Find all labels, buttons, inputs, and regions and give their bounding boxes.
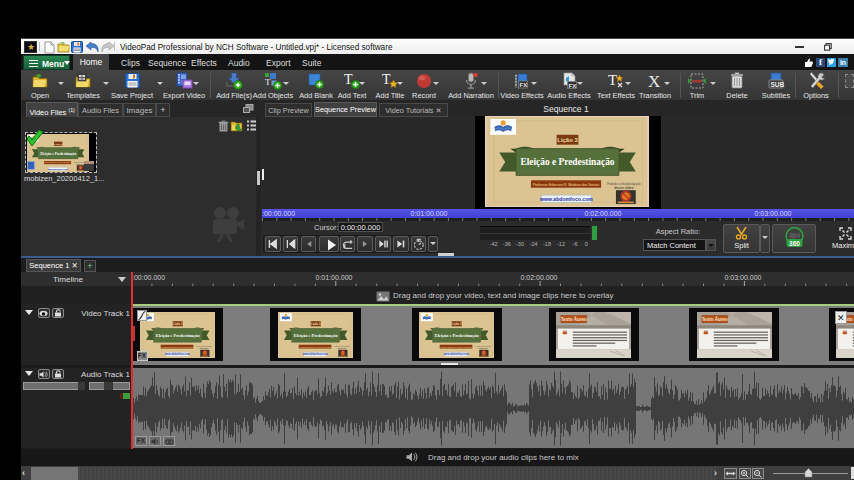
svg-text:T: T [265, 77, 271, 87]
svg-text:360: 360 [789, 240, 800, 247]
svg-text:T: T [382, 72, 391, 87]
svg-text:FX: FX [569, 83, 577, 89]
svg-text:T: T [608, 72, 617, 88]
svg-text:FX: FX [520, 82, 528, 88]
svg-text:X: X [648, 72, 660, 90]
svg-text:SUB: SUB [771, 81, 785, 88]
